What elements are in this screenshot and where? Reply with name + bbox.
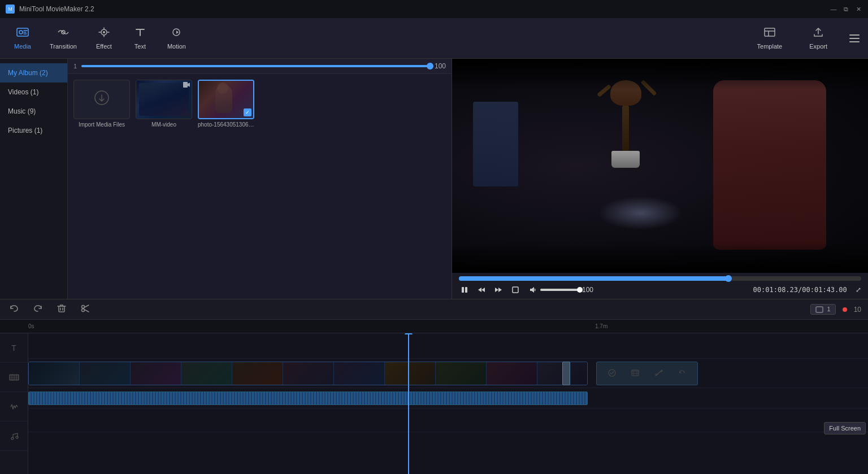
sidebar-item-my-album[interactable]: My Album (2) xyxy=(0,63,67,82)
rewind-button[interactable] xyxy=(476,284,487,295)
video-frames xyxy=(29,362,587,385)
toolbar-effect[interactable]: Effect xyxy=(87,23,121,53)
toolbar-motion[interactable]: Motion xyxy=(159,23,194,53)
scene-drax xyxy=(713,80,826,250)
svg-rect-15 xyxy=(816,307,823,312)
transition-label: Transition xyxy=(50,43,77,50)
media-content: 1 100 xyxy=(68,59,452,299)
volume-fill xyxy=(540,289,580,291)
crop-button[interactable] xyxy=(510,284,521,295)
svg-rect-12 xyxy=(59,306,64,312)
svg-point-19 xyxy=(609,369,615,376)
import-icon xyxy=(94,90,110,109)
undo-button[interactable] xyxy=(7,303,21,316)
export-icon xyxy=(812,27,824,41)
preview-panel: 100 00:01:08.23/00:01:43.00 ⤢ Full Scree… xyxy=(452,59,868,299)
resolution-button[interactable]: 1 xyxy=(810,304,835,315)
mm-video-thumb xyxy=(136,80,192,119)
tracks-content xyxy=(28,333,868,474)
photo-item[interactable]: ✓ photo-1564305130656... xyxy=(198,80,254,128)
clip-edit-icon xyxy=(607,368,617,379)
template-icon xyxy=(763,27,776,41)
svg-point-1 xyxy=(19,31,23,34)
import-thumb xyxy=(73,80,130,119)
svg-rect-6 xyxy=(765,28,775,36)
toolbar-media[interactable]: Media xyxy=(6,23,40,53)
export-label: Export xyxy=(809,43,827,50)
current-time: 00:01:08.23 xyxy=(753,286,798,294)
pause-button[interactable] xyxy=(459,284,470,295)
playhead-handle xyxy=(405,333,413,334)
svg-rect-8 xyxy=(183,82,188,88)
svg-rect-10 xyxy=(465,287,467,293)
toolbar-template[interactable]: Template xyxy=(749,23,791,53)
svg-point-4 xyxy=(103,31,105,33)
photo-label: photo-1564305130656... xyxy=(198,121,254,128)
import-media-item[interactable]: Import Media Files xyxy=(73,80,130,128)
video-bg xyxy=(452,59,868,273)
progress-bar[interactable] xyxy=(459,276,861,281)
maximize-button[interactable]: ⧉ xyxy=(842,5,850,13)
volume-control: 100 xyxy=(527,284,593,295)
record-indicator xyxy=(843,307,847,312)
main-video-strip[interactable] xyxy=(28,362,588,385)
volume-value: 100 xyxy=(582,286,593,294)
app-title: MiniTool MovieMaker 2.2 xyxy=(19,5,830,13)
toolbar-transition[interactable]: Transition xyxy=(42,23,85,53)
record-dot xyxy=(843,307,847,312)
preview-frame xyxy=(452,59,868,273)
media-grid: Import Media Files xyxy=(68,74,452,299)
toolbar-text[interactable]: Text xyxy=(123,23,157,53)
selected-checkmark: ✓ xyxy=(244,108,251,116)
scene-bg-elements xyxy=(473,102,518,186)
slider-track xyxy=(81,65,430,67)
secondary-video-clip[interactable] xyxy=(596,362,698,385)
delete-button[interactable] xyxy=(54,303,69,316)
preview-controls: 100 00:01:08.23/00:01:43.00 ⤢ xyxy=(452,273,868,299)
svg-rect-11 xyxy=(513,287,518,293)
forward-button[interactable] xyxy=(493,284,504,295)
music-track-label xyxy=(0,421,28,451)
music-track-row xyxy=(28,408,868,432)
redo-button[interactable] xyxy=(31,303,45,316)
svg-point-13 xyxy=(82,305,85,308)
scissors-button[interactable] xyxy=(78,303,93,316)
zoom-slider[interactable] xyxy=(81,65,430,67)
svg-point-18 xyxy=(16,436,18,438)
video-indicator-icon xyxy=(183,82,190,89)
scene-glow xyxy=(598,196,683,230)
timeline-right-controls: 1 10 xyxy=(810,304,861,315)
slider-fill xyxy=(81,65,430,67)
motion-label: Motion xyxy=(167,43,186,50)
transition-marker[interactable] xyxy=(562,362,570,385)
clip-film-icon xyxy=(631,368,640,379)
media-toolbar: 1 100 xyxy=(68,59,452,74)
zoom-level: 10 xyxy=(854,306,861,314)
progress-fill xyxy=(459,276,728,281)
minimize-button[interactable]: — xyxy=(830,5,837,13)
toolbar-export[interactable]: Export xyxy=(801,23,835,53)
volume-slider[interactable] xyxy=(540,289,580,291)
sidebar-item-pictures[interactable]: Pictures (1) xyxy=(0,121,67,140)
main-toolbar: Media Transition Effect Text Motion xyxy=(0,18,868,59)
window-controls: — ⧉ ✕ xyxy=(830,5,862,13)
sidebar-item-music[interactable]: Music (9) xyxy=(0,102,67,121)
audio-waveform-strip[interactable] xyxy=(28,392,588,405)
ruler-mark-1-7m: 1.7m xyxy=(595,323,607,329)
sidebar-item-videos[interactable]: Videos (1) xyxy=(0,82,67,102)
volume-thumb xyxy=(577,287,583,293)
hamburger-menu-button[interactable] xyxy=(847,31,862,46)
toolbar-right: Template Export xyxy=(749,23,862,53)
audio-track-row xyxy=(28,388,868,408)
timeline-ruler: 0s 1.7m xyxy=(0,320,868,333)
volume-button[interactable] xyxy=(527,284,538,295)
playhead-line[interactable] xyxy=(408,333,409,474)
mm-video-label: MM-video xyxy=(151,121,176,128)
clip-link-icon xyxy=(654,368,663,379)
timeline-toolbar: 1 10 xyxy=(0,299,868,320)
app-icon: M xyxy=(6,5,15,14)
preview-video xyxy=(452,59,868,273)
close-button[interactable]: ✕ xyxy=(854,5,862,13)
mm-video-item[interactable]: MM-video xyxy=(136,80,192,128)
motion-icon xyxy=(170,27,183,41)
